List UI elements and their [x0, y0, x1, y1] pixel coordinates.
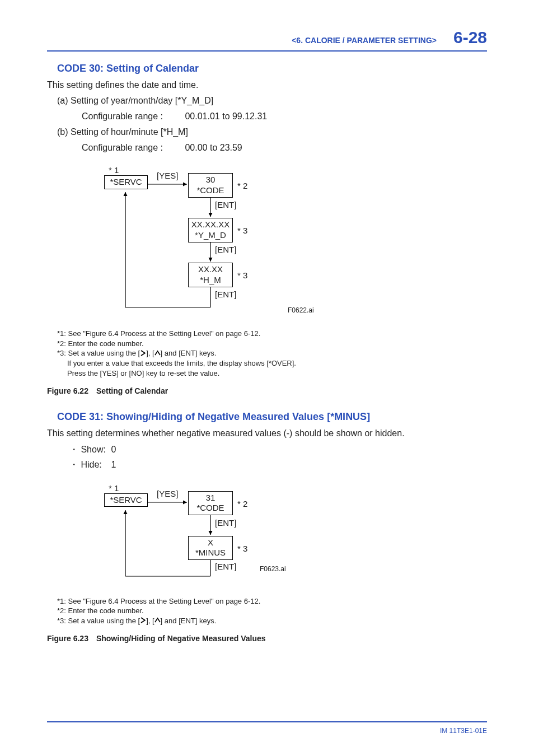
code-box: 30 *CODE	[188, 173, 233, 198]
hide-label: ・ Hide:	[69, 459, 109, 471]
cfg-label: Configurable range :	[82, 143, 182, 153]
note1: *1: See "Figure 6.4 Process at the Setti…	[57, 596, 487, 606]
code30-item-a-cfg: Configurable range : 00.01.01 to 99.12.3…	[82, 111, 487, 122]
minus-box: X *MINUS	[188, 536, 233, 561]
code31-intro: This setting determines whether negative…	[47, 428, 487, 438]
cfg-label: Configurable range :	[82, 111, 182, 122]
minus-bot: *MINUS	[191, 548, 230, 558]
section-breadcrumb: <6. CALORIE / PARAMETER SETTING>	[292, 36, 437, 45]
ymd-bot: *Y_M_D	[191, 230, 230, 241]
star2-label: * 2	[237, 499, 247, 508]
code30-intro: This setting defines the date and time.	[47, 80, 487, 90]
ent-label-3: [ENT]	[215, 290, 236, 299]
hide-val: 1	[111, 460, 116, 469]
code-bot: *CODE	[191, 503, 230, 514]
cfg-value: 00.00 to 23.59	[185, 143, 242, 152]
hide-line: ・ Hide: 1	[69, 459, 487, 471]
code30-title: CODE 30: Setting of Calendar	[57, 63, 487, 74]
ent-label-1: [ENT]	[215, 518, 236, 528]
hm-bot: *H_M	[191, 275, 230, 286]
note3c: Press the [YES] or [NO] key to re-set th…	[67, 368, 487, 379]
star3-label: * 3	[237, 544, 247, 553]
doc-id: IM 11T3E1-01E	[440, 727, 487, 735]
code31-flowchart: * 1 *SERVC [YES] 31 *CODE * 2 [ENT] X *M…	[81, 481, 487, 593]
page-header: <6. CALORIE / PARAMETER SETTING> 6-28	[47, 28, 487, 52]
gt-icon	[140, 616, 146, 626]
code30-caption: Figure 6.22 Setting of Calendar	[47, 386, 487, 395]
star2-label: * 2	[237, 181, 247, 190]
gt-icon	[140, 349, 146, 359]
code30-item-b-cfg: Configurable range : 00.00 to 23.59	[82, 143, 487, 153]
show-val: 0	[111, 445, 116, 454]
star1-label: * 1	[109, 483, 119, 493]
code-bot: *CODE	[191, 185, 230, 196]
ymd-box: XX.XX.XX *Y_M_D	[188, 218, 233, 242]
show-label: ・ Show:	[69, 444, 109, 456]
code-top: 30	[191, 175, 230, 185]
star3b-label: * 3	[237, 270, 247, 280]
code30-item-a: (a) Setting of year/month/day [*Y_M_D]	[57, 96, 487, 106]
cfg-value: 00.01.01 to 99.12.31	[185, 111, 267, 121]
minus-top: X	[191, 538, 230, 548]
note1: *1: See "Figure 6.4 Process at the Setti…	[57, 329, 487, 339]
servc-box: *SERVC	[104, 493, 148, 507]
code30-flowchart: * 1 *SERVC [YES] 30 *CODE * 2 [ENT] XX.X…	[81, 163, 487, 325]
footer-rule	[47, 721, 487, 722]
note2: *2: Enter the code number.	[57, 606, 487, 616]
caret-icon	[154, 616, 161, 626]
star3a-label: * 3	[237, 226, 247, 235]
flow-img-ref: F0623.ai	[260, 565, 286, 573]
code-box: 31 *CODE	[188, 491, 233, 516]
show-line: ・ Show: 0	[69, 444, 487, 456]
hm-box: XX.XX *H_M	[188, 263, 233, 287]
caret-icon	[154, 349, 161, 359]
code31-title: CODE 31: Showing/Hiding of Negative Meas…	[57, 411, 487, 423]
code-top: 31	[191, 493, 230, 503]
ymd-top: XX.XX.XX	[191, 220, 230, 230]
note3b: If you enter a value that exceeds the li…	[67, 358, 487, 368]
ent-label-2: [ENT]	[215, 245, 236, 254]
yes-label: [YES]	[157, 171, 178, 180]
note2: *2: Enter the code number.	[57, 339, 487, 349]
note3: *3: Set a value using the [], [] and [EN…	[57, 348, 487, 358]
ent-label-1: [ENT]	[215, 200, 236, 209]
star1-label: * 1	[109, 165, 119, 175]
hm-top: XX.XX	[191, 264, 230, 275]
servc-box: *SERVC	[104, 175, 148, 189]
flow-img-ref: F0622.ai	[288, 306, 314, 314]
code31-caption: Figure 6.23 Showing/Hiding of Negative M…	[47, 634, 487, 643]
note3: *3: Set a value using the [], [] and [EN…	[57, 616, 487, 626]
code30-footnotes: *1: See "Figure 6.4 Process at the Setti…	[57, 329, 487, 379]
code31-title-main: CODE 31: Showing/Hiding of Negative Meas…	[57, 411, 324, 422]
yes-label: [YES]	[157, 489, 178, 498]
ent-label-2: [ENT]	[215, 562, 236, 571]
code30-item-b: (b) Setting of hour/minute [*H_M]	[57, 127, 487, 137]
page-number: 6-28	[453, 28, 487, 47]
code31-footnotes: *1: See "Figure 6.4 Process at the Setti…	[57, 596, 487, 626]
